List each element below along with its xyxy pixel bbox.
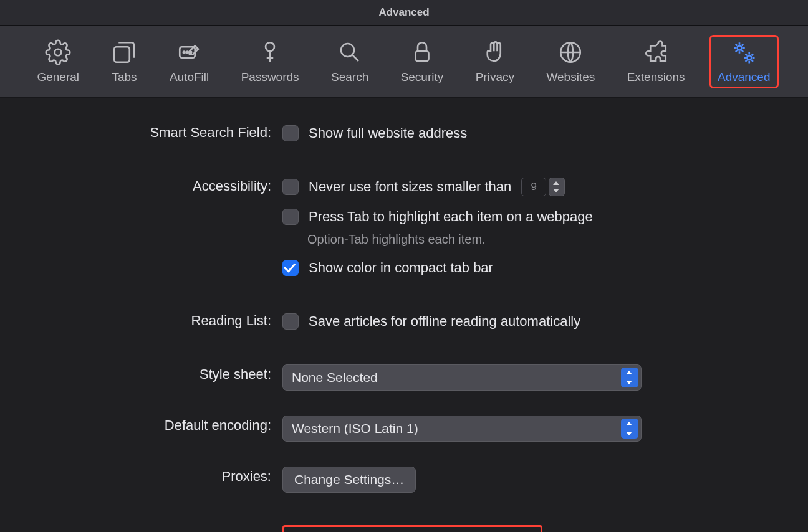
accessibility-label: Accessibility: xyxy=(37,176,282,194)
proxies-label: Proxies: xyxy=(37,467,282,485)
globe-icon xyxy=(557,39,584,65)
tab-label: General xyxy=(37,70,79,84)
search-icon xyxy=(337,39,363,65)
gear-icon xyxy=(45,39,71,65)
svg-point-6 xyxy=(266,42,274,51)
change-proxy-settings-button[interactable]: Change Settings… xyxy=(282,467,416,493)
advanced-form: Smart Search Field: Show full website ad… xyxy=(0,98,808,532)
key-icon xyxy=(257,39,283,65)
tab-passwords[interactable]: Passwords xyxy=(234,39,307,84)
tab-label: Search xyxy=(331,70,368,84)
svg-point-11 xyxy=(748,55,752,60)
compact-tab-color-checkbox[interactable] xyxy=(282,260,299,276)
svg-point-10 xyxy=(738,45,742,50)
puzzle-icon xyxy=(643,39,669,65)
save-offline-label: Save articles for offline reading automa… xyxy=(309,313,580,330)
tab-privacy[interactable]: Privacy xyxy=(468,39,522,84)
show-full-address-label: Show full website address xyxy=(309,125,467,141)
min-font-size-checkbox[interactable] xyxy=(282,179,299,195)
svg-point-7 xyxy=(341,44,354,57)
tab-general[interactable]: General xyxy=(29,39,87,84)
window-title: Advanced xyxy=(0,0,808,26)
tab-label: Advanced xyxy=(718,70,771,84)
tab-label: Privacy xyxy=(476,70,514,84)
press-tab-hint: Option-Tab highlights each item. xyxy=(307,232,486,247)
tab-search[interactable]: Search xyxy=(324,39,376,84)
svg-point-3 xyxy=(183,51,185,53)
svg-rect-8 xyxy=(415,51,428,61)
min-font-size-stepper[interactable] xyxy=(549,178,565,196)
tab-websites[interactable]: Websites xyxy=(539,39,602,84)
save-offline-checkbox[interactable] xyxy=(282,313,299,330)
default-encoding-label: Default encoding: xyxy=(37,416,282,434)
chevron-updown-icon xyxy=(621,419,638,439)
autofill-pencil-icon xyxy=(176,39,203,65)
default-encoding-popup[interactable]: Western (ISO Latin 1) xyxy=(282,416,642,442)
tab-autofill[interactable]: AutoFill xyxy=(162,39,216,84)
svg-point-0 xyxy=(55,49,62,55)
tab-label: Security xyxy=(401,70,444,84)
tab-label: Passwords xyxy=(241,70,299,84)
tab-tabs[interactable]: Tabs xyxy=(103,39,145,84)
press-tab-label: Press Tab to highlight each item on a we… xyxy=(309,209,593,225)
develop-menu-highlight: Show Develop menu in menu bar xyxy=(282,525,542,532)
svg-rect-1 xyxy=(115,47,130,62)
stylesheet-popup[interactable]: None Selected xyxy=(282,364,642,391)
tab-label: AutoFill xyxy=(170,70,209,84)
tab-label: Tabs xyxy=(112,70,137,84)
tab-label: Extensions xyxy=(627,70,685,84)
tabs-icon xyxy=(111,39,137,65)
chevron-updown-icon xyxy=(621,368,638,387)
show-full-address-checkbox[interactable] xyxy=(282,125,299,141)
default-encoding-value: Western (ISO Latin 1) xyxy=(292,421,418,436)
preferences-toolbar: General Tabs AutoFill Passwords Search S… xyxy=(0,26,808,98)
stylesheet-value: None Selected xyxy=(292,370,378,385)
reading-list-label: Reading List: xyxy=(37,311,282,329)
smart-search-label: Smart Search Field: xyxy=(37,123,282,141)
press-tab-checkbox[interactable] xyxy=(282,209,299,225)
tab-advanced[interactable]: Advanced xyxy=(709,35,779,88)
gears-icon xyxy=(731,39,757,65)
lock-icon xyxy=(409,39,435,65)
tab-label: Websites xyxy=(546,70,595,84)
min-font-size-field[interactable]: 9 xyxy=(521,178,546,196)
stylesheet-label: Style sheet: xyxy=(37,364,282,382)
min-font-size-label: Never use font sizes smaller than xyxy=(309,179,511,195)
compact-tab-color-label: Show color in compact tab bar xyxy=(309,260,493,276)
hand-icon xyxy=(482,39,508,65)
tab-extensions[interactable]: Extensions xyxy=(620,39,693,84)
svg-point-4 xyxy=(186,51,188,53)
tab-security[interactable]: Security xyxy=(393,39,451,84)
